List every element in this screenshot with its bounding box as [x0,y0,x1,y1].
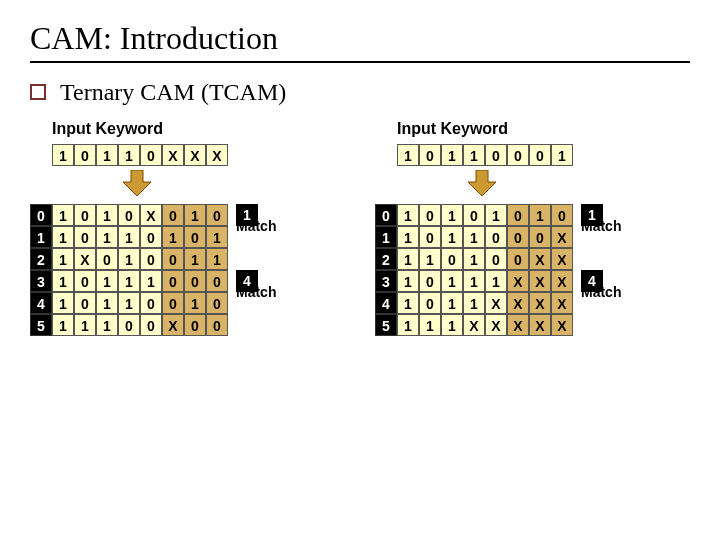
data-cell: 1 [96,314,118,336]
data-cell: 0 [184,314,206,336]
keyword-cell: 1 [441,144,463,166]
data-cell: 1 [463,226,485,248]
keyword-cell: 1 [463,144,485,166]
data-cell: 1 [52,226,74,248]
table-row: 310111XXX4Match [375,270,690,292]
data-cell: 0 [419,292,441,314]
table-row: 511100X00 [30,314,345,336]
data-cell: X [529,292,551,314]
data-cell: 1 [441,204,463,226]
keyword-cell: 0 [74,144,96,166]
keyword-cell: 1 [52,144,74,166]
data-cell: 0 [551,204,573,226]
data-cell: 0 [162,292,184,314]
keyword-cell: 1 [397,144,419,166]
table-row: 2110100XX [375,248,690,270]
table-left: 01010X0101Match11011010121X0100113101110… [30,204,345,336]
data-cell: 1 [441,314,463,336]
data-cell: X [529,314,551,336]
data-cell: X [485,314,507,336]
subtitle-row: Ternary CAM (TCAM) [30,79,690,106]
page-title: CAM: Introduction [30,20,690,57]
data-cell: X [551,270,573,292]
data-cell: 1 [441,292,463,314]
row-index: 1 [30,226,52,248]
data-cell: 0 [529,226,551,248]
data-cell: 1 [118,248,140,270]
data-cell: 0 [162,204,184,226]
arrow-left [52,170,345,200]
data-cell: 1 [397,226,419,248]
data-cell: 1 [96,226,118,248]
data-cell: X [551,292,573,314]
left-column: Input Keyword 10110XXX 01010X0101Match11… [30,120,345,336]
row-index: 1 [375,226,397,248]
data-cell: 0 [206,314,228,336]
row-index: 0 [30,204,52,226]
data-cell: 1 [206,226,228,248]
data-cell: X [529,248,551,270]
data-cell: 0 [419,270,441,292]
right-column: Input Keyword 10110001 0101010101Match11… [375,120,690,336]
svg-marker-0 [123,170,151,196]
data-cell: X [140,204,162,226]
data-cell: 0 [74,270,96,292]
table-row: 410110010 [30,292,345,314]
keyword-cell: X [184,144,206,166]
down-arrow-icon [462,170,502,196]
keyword-cell: 1 [96,144,118,166]
data-cell: X [74,248,96,270]
data-cell: X [485,292,507,314]
data-cell: 0 [162,248,184,270]
data-cell: 1 [206,248,228,270]
data-cell: 1 [485,204,507,226]
data-cell: 0 [485,226,507,248]
row-index: 2 [375,248,397,270]
data-cell: X [529,270,551,292]
data-cell: 1 [74,314,96,336]
data-cell: 0 [419,226,441,248]
keyword-cell: 0 [419,144,441,166]
data-cell: 1 [463,248,485,270]
keyword-cell: 0 [140,144,162,166]
data-cell: 1 [419,314,441,336]
data-cell: 0 [507,204,529,226]
keyword-cell: X [162,144,184,166]
data-cell: 1 [441,270,463,292]
data-cell: 0 [162,270,184,292]
row-index: 5 [30,314,52,336]
data-cell: 1 [184,292,206,314]
data-cell: 0 [118,204,140,226]
diagram-columns: Input Keyword 10110XXX 01010X0101Match11… [30,120,690,336]
keyword-cell: 0 [529,144,551,166]
data-cell: X [463,314,485,336]
arrow-right [397,170,690,200]
data-cell: 0 [74,226,96,248]
keyword-cell: 0 [485,144,507,166]
data-cell: 1 [441,226,463,248]
data-cell: X [507,270,529,292]
keyword-cell: X [206,144,228,166]
table-row: 01010X0101Match [30,204,345,226]
bullet-icon [30,84,46,100]
data-cell: 0 [140,248,162,270]
data-cell: 1 [397,204,419,226]
data-cell: 0 [206,270,228,292]
table-row: 3101110004Match [30,270,345,292]
subtitle: Ternary CAM (TCAM) [60,79,286,106]
svg-marker-1 [468,170,496,196]
row-index: 3 [375,270,397,292]
data-cell: 1 [140,270,162,292]
data-cell: 0 [118,314,140,336]
table-row: 5111XXXXX [375,314,690,336]
table-row: 11011000X [375,226,690,248]
data-cell: X [551,226,573,248]
data-cell: 0 [463,204,485,226]
data-cell: 1 [397,292,419,314]
row-index: 3 [30,270,52,292]
data-cell: 1 [463,292,485,314]
row-index: 5 [375,314,397,336]
data-cell: 1 [52,248,74,270]
data-cell: 0 [485,248,507,270]
data-cell: 0 [419,204,441,226]
